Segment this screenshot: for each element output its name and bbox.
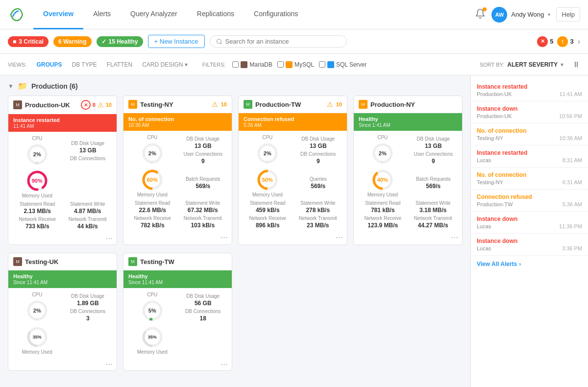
warn-alert-icon: !	[557, 36, 568, 47]
tab-overview[interactable]: Overview	[33, 0, 83, 29]
right-panel: Instance restarted Production-UK 11:41 A…	[470, 75, 588, 387]
sqlserver-checkbox[interactable]	[319, 61, 325, 68]
cpu-gauge: CPU 2%	[128, 135, 176, 166]
alert-bar: HealthySince 11:41 AM	[123, 270, 232, 288]
alert-bar: HealthySince 1:41 AM	[354, 113, 462, 131]
chevron-right-icon: ›	[519, 261, 521, 267]
card-footer: ···	[8, 232, 117, 244]
group-folder-icon: 📁	[18, 81, 27, 91]
card-testing-ny: M Testing-NY ⚠ 10 No. of connection10:36…	[123, 96, 232, 245]
bell-button[interactable]	[475, 8, 486, 21]
warn-count-num: 3	[570, 38, 573, 45]
card-title: Production-UK	[25, 101, 78, 109]
more-options-button[interactable]: ···	[220, 360, 228, 368]
error-count: 8	[93, 102, 96, 108]
views-bar: VIEWS: GROUPS DB TYPE FLATTEN CARD DESIG…	[0, 54, 588, 75]
memory-gauge: 60% Memory Used	[128, 168, 176, 198]
more-options-button[interactable]: ···	[220, 233, 228, 242]
healthy-filter-badge[interactable]: ✓ 15 Healthy	[97, 36, 143, 47]
alert-item[interactable]: Instance restarted Lucas 8:31 AM	[471, 145, 588, 168]
avatar: AW	[491, 7, 507, 23]
mariadb-icon	[241, 61, 247, 68]
help-button[interactable]: Help	[556, 7, 580, 22]
card-production-tw: M Production-TW ⚠ 10 Connection refused5…	[238, 96, 347, 245]
alerts-chevron-icon[interactable]: ›	[578, 37, 580, 46]
x-error-icon: ✕	[537, 36, 548, 47]
warning-icon: ⚠	[212, 100, 218, 108]
more-options-button[interactable]: ···	[105, 360, 113, 368]
new-instance-button[interactable]: + New Instance	[148, 35, 205, 48]
alert-item[interactable]: Instance down Lucas 3:36 PM	[471, 234, 588, 256]
sqlserver-icon	[327, 61, 334, 68]
group-collapse-arrow[interactable]: ▼	[8, 83, 14, 90]
main-content: ▼ 📁 Production (6) M Production-UK ✕ 8 ⚠…	[0, 75, 588, 387]
warning-filter-badge[interactable]: 6 Warning	[53, 36, 92, 47]
net-metrics: Network Receive 733 kB/s Network Transmi…	[8, 217, 117, 232]
chevron-down-icon: ▾	[548, 12, 550, 17]
disk-conn-metrics: DB Disk Usage 13 GB DB Connections	[64, 136, 112, 167]
more-options-button[interactable]: ···	[336, 233, 343, 242]
alert-item[interactable]: Instance down Lucas 11:36 PM	[471, 212, 588, 234]
alert-item[interactable]: Instance restarted Production-UK 11:41 A…	[471, 79, 588, 101]
card-badges: ✕ 8 ⚠ 10	[81, 100, 112, 110]
view-dbtype[interactable]: DB TYPE	[67, 59, 102, 70]
more-options-button[interactable]: ···	[105, 234, 113, 242]
warning-icon: ⚠	[327, 100, 333, 108]
alert-item[interactable]: Connection refused Production-TW 5:36 AM	[471, 190, 588, 212]
view-flatten[interactable]: FLATTEN	[102, 59, 137, 70]
card-testing-uk: M Testing-UK HealthySince 11:41 AM CPU	[8, 253, 117, 371]
bell-notification-dot	[483, 7, 487, 11]
tab-alerts[interactable]: Alerts	[83, 0, 121, 29]
warning-triangle-icon: ⚠	[98, 101, 104, 109]
user-name: Andy Wong	[511, 11, 544, 18]
tab-replications[interactable]: Replications	[187, 0, 244, 29]
cpu-gauge: CPU 2%	[13, 136, 61, 167]
search-input[interactable]	[225, 38, 340, 45]
filter-mariadb[interactable]: MariaDB	[232, 61, 272, 68]
tab-query-analyzer[interactable]: Query Analyzer	[121, 0, 187, 29]
view-groups[interactable]: GROUPS	[32, 59, 67, 70]
filters-section: FILTERS: MariaDB MySQL SQL Server	[202, 61, 367, 68]
mysql-icon: M	[359, 100, 368, 109]
sort-section: SORT BY: ALERT SEVERITY ▾ ⏸	[480, 60, 580, 69]
critical-filter-badge[interactable]: ■ 3 Critical	[8, 36, 49, 47]
filter-mysql[interactable]: MySQL	[277, 61, 314, 68]
sort-value[interactable]: ALERT SEVERITY	[507, 61, 558, 68]
filter-bar: ■ 3 Critical 6 Warning ✓ 15 Healthy + Ne…	[0, 29, 588, 54]
sort-chevron-icon: ▾	[561, 61, 564, 68]
mariadb-checkbox[interactable]	[232, 61, 239, 68]
alert-bar: Connection refused5:36 AM	[239, 113, 347, 131]
view-carddesign[interactable]: CARD DESIGN ▾	[137, 59, 193, 70]
alert-bar: No. of connection10:36 AM	[123, 113, 232, 131]
group-label: Production (6)	[31, 82, 78, 90]
alert-item[interactable]: No. of connection Testing-NY 10:36 AM	[471, 123, 588, 145]
cards-row-1: M Production-UK ✕ 8 ⚠ 10 Instance restar…	[8, 96, 463, 245]
mysql-icon	[286, 61, 293, 68]
user-badge[interactable]: AW Andy Wong ▾	[491, 7, 550, 23]
memory-gauge: 90% Memory Used	[13, 169, 61, 199]
mariadb-green-icon: M	[244, 100, 252, 109]
filter-sqlserver[interactable]: SQL Server	[319, 61, 367, 68]
tab-configurations[interactable]: Configurations	[244, 0, 308, 29]
mysql-checkbox[interactable]	[277, 61, 284, 68]
pause-button[interactable]: ⏸	[572, 60, 580, 69]
views-label: VIEWS:	[8, 62, 27, 68]
checkmark-icon: ✓	[101, 38, 106, 45]
sort-label: SORT BY:	[480, 62, 504, 68]
card-header: M Testing-NY ⚠ 10	[123, 96, 232, 113]
mariadb-green-icon: M	[128, 257, 137, 266]
alert-item[interactable]: Instance down Production-UK 10:56 PM	[471, 101, 588, 123]
error-count-num: 5	[550, 38, 553, 45]
critical-icon: ■	[13, 38, 16, 45]
svg-line-1	[220, 43, 221, 44]
mariadb-icon: M	[13, 257, 22, 266]
more-options-button[interactable]: ···	[451, 233, 458, 242]
cards-area: ▼ 📁 Production (6) M Production-UK ✕ 8 ⚠…	[0, 75, 470, 387]
logo	[8, 6, 25, 24]
card-header-production-uk: M Production-UK ✕ 8 ⚠ 10	[8, 96, 117, 114]
mysql-db-icon: M	[128, 100, 137, 109]
view-all-alerts-button[interactable]: View All Alerts ›	[471, 256, 588, 272]
alert-item[interactable]: No. of connection Testing-NY 6:31 AM	[471, 168, 588, 190]
search-icon	[216, 38, 222, 45]
warning-count: 10	[106, 102, 112, 108]
